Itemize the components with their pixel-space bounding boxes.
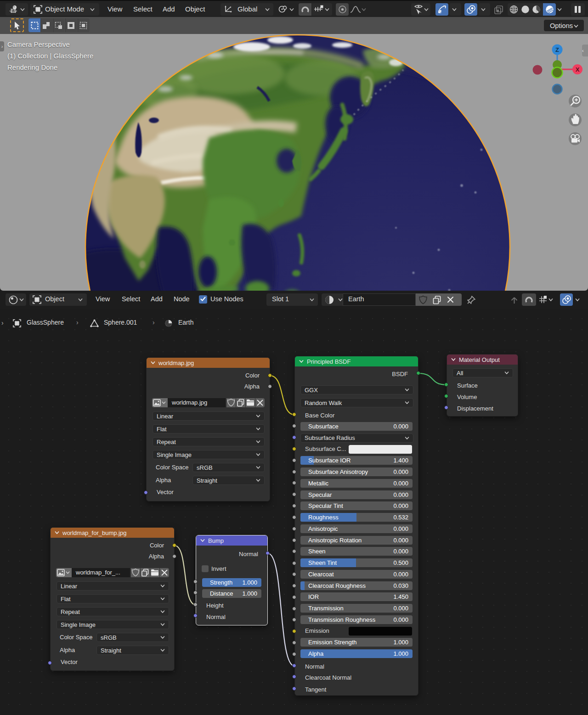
svg-text:Z: Z <box>555 46 559 53</box>
svg-text:X: X <box>576 66 580 73</box>
